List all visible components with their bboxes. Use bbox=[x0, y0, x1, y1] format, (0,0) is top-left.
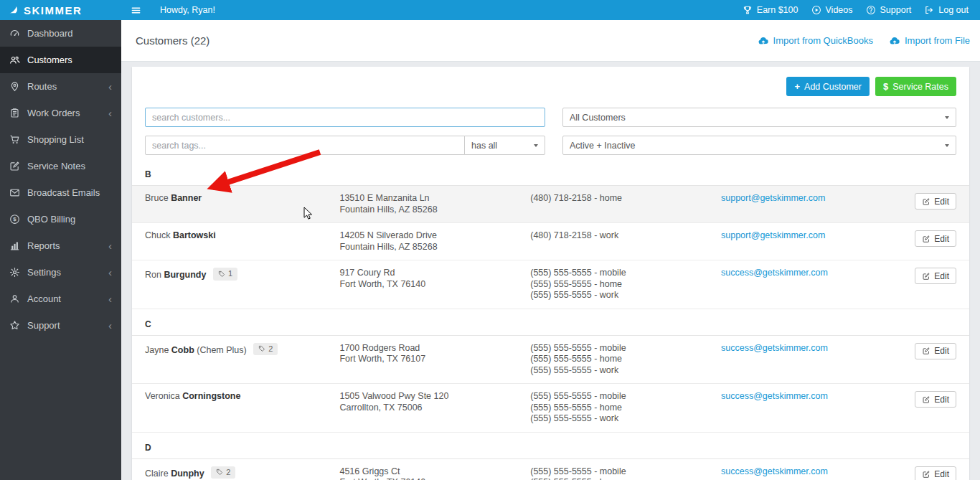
sidebar-item-qbo-billing[interactable]: QBO Billing bbox=[0, 206, 121, 232]
topbar-link-support[interactable]: Support bbox=[866, 5, 912, 15]
edit-button-label: Edit bbox=[934, 469, 949, 479]
sidebar-item-dashboard[interactable]: Dashboard bbox=[0, 20, 121, 47]
edit-customer-button[interactable]: Edit bbox=[915, 230, 956, 247]
sidebar-item-label: Customers bbox=[27, 55, 72, 65]
customer-first-name: Ron bbox=[145, 270, 161, 280]
address-line: 14205 N Silverado Drive bbox=[339, 230, 523, 242]
sidebar-item-broadcast-emails[interactable]: Broadcast Emails bbox=[0, 179, 121, 206]
edit-customer-button[interactable]: Edit bbox=[915, 343, 956, 359]
edit-button-label: Edit bbox=[934, 395, 949, 405]
edit-customer-button[interactable]: Edit bbox=[915, 391, 956, 408]
address-line: 4516 Griggs Ct bbox=[339, 466, 523, 478]
address-line: 917 Coury Rd bbox=[339, 268, 523, 279]
customers-card: +Add Customer $Service Rates All Custome… bbox=[132, 67, 969, 480]
customer-row[interactable]: Claire Dunphy 2 4516 Griggs CtFort Worth… bbox=[132, 459, 969, 480]
sidebar-item-settings[interactable]: Settings ‹ bbox=[0, 259, 121, 286]
tag-count: 2 bbox=[226, 467, 230, 479]
service-rates-button[interactable]: $Service Rates bbox=[875, 77, 956, 96]
app-logo[interactable]: SKIMMER bbox=[0, 0, 121, 20]
customer-address: 13510 E Manzanita LnFountain Hills, AZ 8… bbox=[339, 193, 530, 215]
sidebar-item-shopping-list[interactable]: Shopping List bbox=[0, 126, 121, 153]
chevron-left-icon: ‹ bbox=[108, 240, 112, 251]
sidebar-item-account[interactable]: Account ‹ bbox=[0, 286, 121, 312]
search-customers-input[interactable] bbox=[145, 108, 545, 127]
phone-line: (555) 555-5555 - home bbox=[530, 354, 714, 365]
customer-filter-value: All Customers bbox=[570, 113, 626, 123]
address-line: Carrollton, TX 75006 bbox=[339, 403, 523, 414]
tag-icon bbox=[218, 270, 225, 278]
sidebar-item-routes[interactable]: Routes ‹ bbox=[0, 73, 121, 100]
customer-row[interactable]: Chuck Bartowski 14205 N Silverado DriveF… bbox=[132, 223, 969, 260]
user-icon bbox=[9, 293, 20, 304]
customer-email-link[interactable]: support@getskimmer.com bbox=[721, 193, 825, 203]
tag-count-badge: 2 bbox=[253, 343, 278, 356]
customer-phones: (480) 718-2158 - work bbox=[530, 230, 721, 253]
address-line: Fort Worth, TX 76140 bbox=[339, 477, 523, 480]
logout-icon bbox=[924, 5, 934, 15]
sidebar-item-reports[interactable]: Reports ‹ bbox=[0, 232, 121, 259]
wave-logo-icon bbox=[9, 5, 19, 16]
topbar-link-videos[interactable]: Videos bbox=[811, 5, 853, 15]
dollar-circle-icon bbox=[9, 214, 20, 225]
customer-email-link[interactable]: success@getskimmer.com bbox=[721, 466, 828, 476]
address-line: 1505 Valwood Pwy Ste 120 bbox=[339, 391, 523, 403]
topbar: SKIMMER Howdy, Ryan! Earn $100 Videos Su… bbox=[0, 0, 980, 20]
tag-count-badge: 1 bbox=[213, 268, 237, 281]
customer-address: 14205 N Silverado DriveFountain Hills, A… bbox=[339, 230, 530, 253]
status-filter-select[interactable]: Active + Inactive bbox=[562, 136, 956, 155]
topbar-link-earn-100[interactable]: Earn $100 bbox=[743, 5, 798, 15]
customer-name: Chuck Bartowski bbox=[145, 230, 339, 253]
edit-customer-button[interactable]: Edit bbox=[915, 466, 956, 480]
speedometer-icon bbox=[9, 28, 20, 39]
page-title: Customers (22) bbox=[136, 34, 209, 47]
sidebar-item-service-notes[interactable]: Service Notes bbox=[0, 153, 121, 179]
sidebar-item-customers[interactable]: Customers bbox=[0, 47, 121, 73]
card-actions: +Add Customer $Service Rates bbox=[145, 77, 956, 96]
play-circle-icon bbox=[811, 5, 821, 15]
address-line: 13510 E Manzanita Ln bbox=[339, 193, 523, 204]
edit-button-label: Edit bbox=[934, 346, 949, 356]
customer-email-link[interactable]: success@getskimmer.com bbox=[721, 268, 828, 278]
customer-name: Bruce Banner bbox=[145, 193, 339, 215]
topbar-link-label: Videos bbox=[826, 5, 853, 15]
search-tags-input[interactable] bbox=[145, 136, 465, 155]
chevron-left-icon: ‹ bbox=[108, 81, 112, 92]
chevron-left-icon: ‹ bbox=[108, 267, 112, 278]
customer-row[interactable]: Jayne Cobb (Chem Plus) 2 1700 Rodgers Ro… bbox=[132, 336, 969, 385]
sidebar-item-label: Shopping List bbox=[27, 134, 84, 145]
pencil-square-icon bbox=[922, 470, 930, 479]
edit-customer-button[interactable]: Edit bbox=[915, 268, 956, 284]
menu-toggle-button[interactable] bbox=[131, 5, 141, 16]
customer-row[interactable]: Bruce Banner 13510 E Manzanita LnFountai… bbox=[132, 186, 969, 223]
phone-line: (480) 718-2158 - work bbox=[530, 230, 714, 242]
sidebar-item-work-orders[interactable]: Work Orders ‹ bbox=[0, 100, 121, 126]
chevron-down-icon bbox=[945, 144, 949, 147]
address-line: Fountain Hills, AZ 85268 bbox=[339, 204, 523, 216]
add-customer-button[interactable]: +Add Customer bbox=[786, 77, 870, 96]
customer-email-link[interactable]: success@getskimmer.com bbox=[721, 343, 828, 353]
trophy-icon bbox=[743, 5, 753, 15]
customer-email-link[interactable]: success@getskimmer.com bbox=[721, 391, 828, 401]
topbar-link-log-out[interactable]: Log out bbox=[924, 5, 969, 15]
cart-icon bbox=[9, 134, 20, 145]
pencil-square-icon bbox=[922, 395, 930, 404]
customer-row[interactable]: Veronica Corningstone 1505 Valwood Pwy S… bbox=[132, 384, 969, 433]
edit-customer-button[interactable]: Edit bbox=[915, 193, 956, 210]
sidebar-item-label: Support bbox=[27, 320, 60, 331]
sidebar-item-label: Dashboard bbox=[27, 28, 73, 39]
customer-address: 1505 Valwood Pwy Ste 120Carrollton, TX 7… bbox=[339, 391, 530, 425]
customer-filter-select[interactable]: All Customers bbox=[562, 108, 956, 127]
pencil-square-icon bbox=[922, 235, 930, 243]
import-from-quickbooks-link[interactable]: Import from QuickBooks bbox=[758, 35, 873, 47]
sidebar-item-support[interactable]: Support ‹ bbox=[0, 312, 121, 339]
customer-row[interactable]: Ron Burgundy 1 917 Coury RdFort Worth, T… bbox=[132, 260, 969, 309]
import-from-file-link[interactable]: Import from File bbox=[889, 35, 970, 47]
topbar-links: Earn $100 Videos Support Log out bbox=[743, 5, 980, 15]
customer-last-name: Bartowski bbox=[173, 230, 216, 240]
chevron-down-icon bbox=[945, 116, 949, 119]
address-line: Fountain Hills, AZ 85268 bbox=[339, 242, 523, 253]
tags-mode-dropdown[interactable]: has all bbox=[464, 136, 545, 155]
customer-email-link[interactable]: support@getskimmer.com bbox=[721, 230, 825, 240]
users-icon bbox=[9, 55, 20, 65]
dollar-icon: $ bbox=[883, 81, 888, 92]
